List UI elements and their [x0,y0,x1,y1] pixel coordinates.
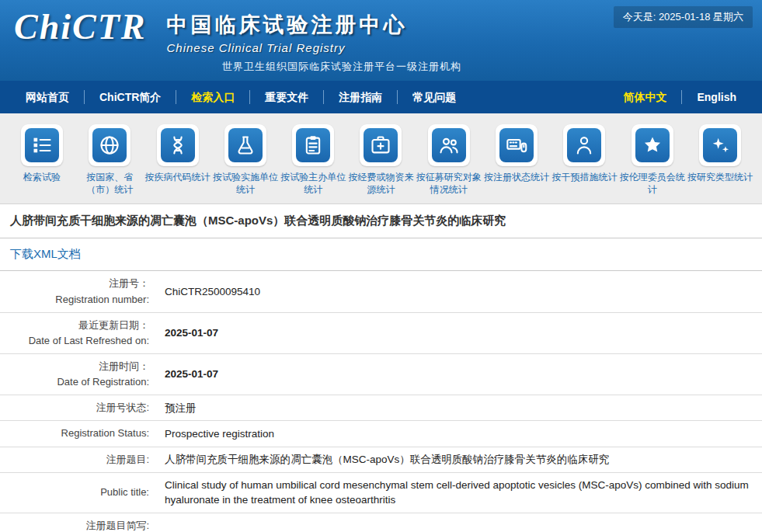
label-en: Public title: [6,485,149,500]
toolbar-item-by-funding-source[interactable]: 按经费或物资来源统计 [348,124,413,196]
chictr-logo[interactable]: ChiCTR [14,8,147,47]
toolbar-item-by-disease-code[interactable]: 按疾病代码统计 [145,124,211,183]
icon-tile [89,124,130,166]
row-label: 最近更新日期： Date of Last Refreshed on: [0,313,155,353]
statistics-toolbar: 检索试验 按国家、省（市）统计 按疾病代码统计 按试验实施单位统计 [0,113,762,204]
row-value: 人脐带间充质干细胞来源的凋亡囊泡（MSC-apoVs）联合透明质酸钠治疗膝骨关节… [155,447,762,472]
toolbar-item-label: 按研究类型统计 [687,171,753,183]
row-value: 2025-01-07 [155,362,762,387]
label-cn: 最近更新日期： [6,318,149,333]
label-en: Date of Registration: [6,374,149,390]
label-en: Registration Status: [6,426,149,441]
row-public-title-cn: 注册题目: 人脐带间充质干细胞来源的凋亡囊泡（MSC-apoVs）联合透明质酸钠… [0,447,762,473]
toolbar-item-by-implementing-unit[interactable]: 按试验实施单位统计 [213,124,278,196]
list-search-icon [25,128,59,162]
row-label: Public title: [0,480,155,505]
row-label: 注册时间： Date of Registration: [0,354,155,395]
nav-item-registration-guide[interactable]: 注册指南 [323,90,397,104]
star-icon [635,128,670,162]
label-cn: 注册号： [6,276,149,291]
download-row: 下载XML文档 [0,238,762,271]
icon-tile [496,124,538,166]
row-label: 注册号： Registration number: [0,271,155,311]
toolbar-item-label: 按注册状态统计 [484,171,549,183]
row-value [155,521,762,530]
label-en: Date of Last Refreshed on: [6,333,149,349]
label-cn: 注册题目简写: [6,518,149,532]
toolbar-item-label: 按经费或物资来源统计 [348,171,413,196]
toolbar-item-label: 按干预措施统计 [551,171,617,183]
row-acronym-cn: 注册题目简写: [0,513,762,532]
toolbar-item-by-intervention[interactable]: 按干预措施统计 [551,124,617,183]
nav-item-home[interactable]: 网站首页 [11,90,84,104]
row-label: Registration Status: [0,421,155,446]
trial-title: 人脐带间充质干细胞来源的凋亡囊泡（MSC-apoVs）联合透明质酸钠治疗膝骨关节… [0,204,762,238]
icon-tile [224,124,266,166]
toolbar-item-by-study-type[interactable]: 按研究类型统计 [687,124,753,183]
row-value: 2025-01-07 [155,321,762,346]
lang-simplified-chinese[interactable]: 简体中文 [608,90,681,104]
label-cn: 注册时间： [6,359,149,374]
toolbar-item-label: 按疾病代码统计 [145,171,211,183]
toolbar-item-by-sponsor-unit[interactable]: 按试验主办单位统计 [280,124,346,196]
icon-tile [360,124,402,166]
row-registration-status-en: Registration Status: Prospective registr… [0,421,762,447]
row-value: ChiCTR2500095410 [155,280,762,304]
row-value: Clinical study of human umbilical cord m… [155,473,762,513]
people-icon [432,128,466,162]
label-en: Registration number: [6,292,149,308]
main-nav: 网站首页 ChiCTR简介 检索入口 重要文件 注册指南 常见问题 简体中文 E… [0,81,762,113]
toolbar-item-search-trials[interactable]: 检索试验 [9,124,75,183]
trial-detail-table: 注册号： Registration number: ChiCTR25000954… [0,271,762,532]
nav-language-switch: 简体中文 English [608,90,751,104]
toolbar-item-label: 按征募研究对象情况统计 [416,171,482,196]
row-date-of-registration: 注册时间： Date of Registration: 2025-01-07 [0,354,762,395]
nav-item-faq[interactable]: 常见问题 [397,90,471,104]
site-titles: 中国临床试验注册中心 Chinese Clinical Trial Regist… [167,8,408,54]
clipboard-icon [296,128,330,162]
toolbar-item-label: 按试验主办单位统计 [280,171,346,196]
site-header: 今天是: 2025-01-18 星期六 ChiCTR 中国临床试验注册中心 Ch… [0,0,762,81]
person-icon [567,128,601,162]
today-date: 今天是: 2025-01-18 星期六 [614,6,753,28]
nav-item-important-docs[interactable]: 重要文件 [249,90,323,104]
row-value: 预注册 [155,396,762,421]
icon-tile [428,124,470,166]
toolbar-item-by-registration-status[interactable]: 按注册状态统计 [484,124,549,183]
site-title-cn: 中国临床试验注册中心 [167,11,408,39]
icon-tile [292,124,334,166]
label-cn: 注册题目: [6,452,149,468]
nav-left: 网站首页 ChiCTR简介 检索入口 重要文件 注册指南 常见问题 [11,90,608,104]
icon-tile [157,124,199,166]
row-label: 注册号状态: [0,395,155,420]
lang-english[interactable]: English [681,90,751,104]
dna-icon [161,128,195,162]
flask-icon [228,128,263,162]
toolbar-item-label: 按试验实施单位统计 [213,171,278,196]
nav-item-about[interactable]: ChiCTR简介 [84,90,176,104]
who-subtitle: 世界卫生组织国际临床试验注册平台一级注册机构 [222,60,461,74]
row-registration-number: 注册号： Registration number: ChiCTR25000954… [0,271,762,312]
keyboard-mouse-icon [499,128,534,162]
icon-tile [632,124,673,166]
icon-tile [563,124,605,166]
label-cn: 注册号状态: [6,400,149,416]
row-label: 注册题目: [0,447,155,472]
row-registration-status-cn: 注册号状态: 预注册 [0,395,762,421]
row-last-refreshed: 最近更新日期： Date of Last Refreshed on: 2025-… [0,313,762,354]
toolbar-item-by-ethics-committee[interactable]: 按伦理委员会统计 [620,124,685,196]
nav-item-search-entry[interactable]: 检索入口 [176,90,249,104]
sparkles-icon [703,128,737,162]
row-value: Prospective registration [155,422,762,447]
toolbar-item-label: 检索试验 [23,171,61,183]
medkit-icon [364,128,398,162]
globe-icon [92,128,127,162]
toolbar-item-by-country[interactable]: 按国家、省（市）统计 [77,124,142,196]
site-title-en: Chinese Clinical Trial Registry [167,41,408,54]
toolbar-item-label: 按伦理委员会统计 [620,171,685,196]
toolbar-item-by-recruitment-status[interactable]: 按征募研究对象情况统计 [416,124,482,196]
row-public-title-en: Public title: Clinical study of human um… [0,473,762,513]
toolbar-item-label: 按国家、省（市）统计 [77,171,142,196]
icon-tile [21,124,63,166]
download-xml-link[interactable]: 下载XML文档 [10,247,81,260]
